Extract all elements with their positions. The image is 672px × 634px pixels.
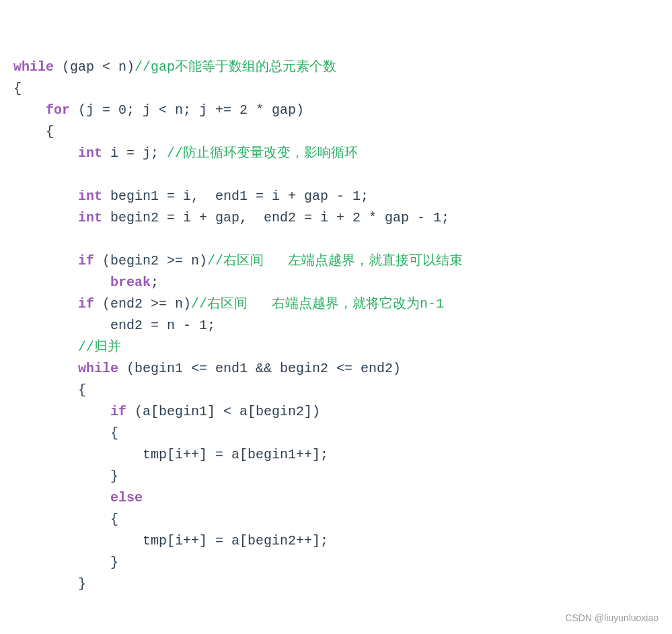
code-token: (begin2 >= n) [94, 253, 207, 269]
code-token: int [78, 145, 102, 161]
code-token: } [78, 576, 86, 592]
watermark: CSDN @liuyunluoxiao [565, 612, 659, 623]
code-line: tmp[i++] = a[begin1++]; [13, 444, 659, 466]
code-token: break [110, 275, 151, 290]
code-token: ; [151, 275, 159, 290]
code-line: break; [13, 272, 659, 293]
code-token: (begin1 <= end1 && begin2 <= end2) [118, 361, 401, 376]
code-token: begin2 = i + gap, end2 = i + 2 * gap - 1… [102, 210, 449, 225]
code-token: tmp[i++] = a[begin1++]; [143, 447, 328, 462]
code-token: int [78, 188, 102, 204]
code-line: int begin1 = i, end1 = i + gap - 1; [13, 186, 659, 207]
code-token: if [110, 404, 126, 419]
code-line: if (begin2 >= n)//右区间 左端点越界，就直接可以结束 [13, 250, 659, 272]
code-line: else [13, 487, 659, 509]
code-line: int i = j; //防止循环变量改变，影响循环 [13, 143, 659, 164]
code-token: (j = 0; j < n; j += 2 * gap) [70, 102, 304, 118]
code-token: i = j; [102, 145, 167, 161]
code-line: { [13, 121, 659, 143]
code-token: //gap不能等于数组的总元素个数 [135, 59, 336, 75]
code-line: end2 = n - 1; [13, 315, 659, 337]
code-line: while (gap < n)//gap不能等于数组的总元素个数 [13, 57, 659, 78]
code-token: { [13, 81, 22, 96]
code-line: } [13, 552, 659, 573]
code-token: } [110, 468, 118, 484]
code-line: { [13, 78, 659, 100]
code-line: tmp[i++] = a[begin2++]; [13, 530, 659, 552]
code-token: begin1 = i, end1 = i + gap - 1; [102, 188, 369, 204]
code-line: } [13, 573, 659, 595]
code-line: { [13, 509, 659, 530]
code-line: while (begin1 <= end1 && begin2 <= end2) [13, 358, 659, 380]
code-line: if (end2 >= n)//右区间 右端点越界，就将它改为n-1 [13, 293, 659, 315]
code-token: (end2 >= n) [94, 296, 191, 312]
code-line [13, 229, 659, 250]
code-token: { [110, 425, 118, 441]
code-token: (a[begin1] < a[begin2]) [126, 404, 320, 419]
code-token: } [110, 555, 118, 570]
code-token: { [110, 512, 118, 527]
code-line: } [13, 466, 659, 487]
code-token: //归并 [78, 339, 121, 355]
code-line: { [13, 380, 659, 401]
code-line: for (j = 0; j < n; j += 2 * gap) [13, 100, 659, 121]
code-token: { [78, 382, 86, 398]
code-token: //防止循环变量改变，影响循环 [167, 145, 358, 161]
code-token: while [13, 59, 54, 75]
code-token: else [110, 490, 143, 505]
code-token: int [78, 210, 102, 225]
code-token: end2 = n - 1; [110, 318, 215, 333]
code-token: (gap < n) [54, 59, 135, 75]
code-token: //右区间 右端点越界，就将它改为n-1 [191, 296, 444, 312]
code-line [13, 164, 659, 186]
code-block: while (gap < n)//gap不能等于数组的总元素个数{ for (j… [13, 13, 659, 595]
code-token: tmp[i++] = a[begin2++]; [143, 533, 328, 549]
code-token: if [78, 253, 94, 269]
code-line: int begin2 = i + gap, end2 = i + 2 * gap… [13, 207, 659, 229]
code-token: if [78, 296, 94, 312]
code-token: { [46, 124, 54, 139]
code-line: if (a[begin1] < a[begin2]) [13, 401, 659, 423]
code-line: { [13, 423, 659, 444]
code-container: while (gap < n)//gap不能等于数组的总元素个数{ for (j… [0, 0, 672, 634]
code-token: //右区间 左端点越界，就直接可以结束 [207, 253, 463, 269]
code-line: //归并 [13, 337, 659, 358]
code-token: while [78, 361, 118, 376]
code-token: for [46, 102, 70, 118]
